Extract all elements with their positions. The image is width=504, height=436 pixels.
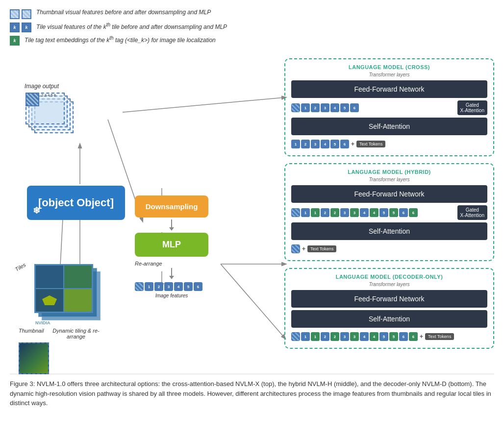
xattn-t1: 1 [301, 103, 310, 112]
mlp-box: MLP [135, 233, 208, 257]
token-1: 1 [145, 282, 153, 291]
rearrange-text: Re-arrange [135, 261, 162, 266]
decoder-in-1g: 1 [311, 332, 320, 341]
lm-cross-title: LANGUAGE MODEL (CROSS) [291, 64, 487, 70]
cross-in-3: 3 [311, 140, 320, 148]
decoder-in-4a: 4 [360, 332, 369, 341]
decoder-text-tokens: Text Tokens [425, 333, 454, 340]
tile-tl [35, 265, 64, 289]
svg-line-2 [221, 264, 284, 338]
lm-cross-xattn-label: GatedX-Attention [457, 100, 487, 115]
legend-item-thumbnail: Thumbnail visual features before and aft… [10, 9, 494, 19]
xattn-t5: 5 [340, 103, 349, 112]
arrow-line-1 [171, 219, 172, 227]
hybrid-xattn-5a: 5 [379, 208, 388, 217]
lm-hybrid-transformer-label: Transformer layers [291, 177, 487, 182]
arrow-head-2 [169, 276, 174, 279]
tile-n4: 4 [48, 93, 50, 97]
lm-decoder-token-row: 1 1 2 2 3 3 4 4 5 5 6 6 + Text Tokens [291, 330, 487, 343]
decoder-in-6a: 6 [399, 332, 408, 341]
cross-in-1: 1 [291, 140, 300, 148]
tile-icon-k-after: k [22, 23, 31, 32]
legend: Thumbnail visual features before and aft… [10, 9, 494, 46]
decoder-in-3a: 3 [340, 332, 349, 341]
legend-tile-icons: k k [10, 23, 31, 32]
lm-cross-box: LANGUAGE MODEL (CROSS) Transformer layer… [284, 58, 494, 156]
tile-icon-tag: k [10, 36, 20, 46]
lm-cross-ffn: Feed-Forward Network [291, 80, 487, 98]
token-2: 2 [154, 282, 163, 291]
xattn-token-hatched [291, 103, 300, 112]
hybrid-in-h [291, 244, 300, 253]
tile-tr [64, 265, 92, 289]
arrow-line-2 [171, 268, 172, 276]
xattn-t4: 4 [330, 103, 339, 112]
downsampling-label: Downsampling [146, 202, 198, 211]
legend-thumbnail-icons [10, 9, 31, 19]
dynamic-tiling-label: Dynamic tiling & re-arrange [51, 328, 101, 339]
cross-in-6: 6 [340, 140, 349, 148]
hybrid-plus: + [302, 245, 305, 252]
thumbnail-icon-before [10, 9, 20, 19]
token-hatched [135, 282, 144, 291]
downsampling-box: Downsampling [135, 195, 208, 218]
lm-hybrid-xattn-label: GatedX-Attention [457, 205, 487, 220]
nvidia-text: NVIDIA [35, 320, 50, 325]
tile-bl [35, 289, 64, 312]
decoder-in-6g: 6 [409, 332, 418, 341]
lm-cross-xattn-tokens: 1 2 3 4 5 6 [291, 103, 455, 112]
nvidia-tiles-visual: NVIDIA [34, 264, 108, 323]
image-encoder-box: [object Object] ❄ [27, 186, 125, 220]
lm-hybrid-selfattn: Self-Attention [291, 222, 487, 240]
thumbnail-bg [20, 343, 48, 373]
nvidia-logo [42, 295, 57, 305]
lm-cross-token-row: 1 2 3 4 5 6 + Text Tokens [291, 138, 487, 150]
main-container: Thumbnail visual features before and aft… [10, 9, 494, 408]
token-6: 6 [194, 282, 202, 291]
decoder-in-1a: 1 [301, 332, 310, 341]
token-3: 3 [164, 282, 173, 291]
decoder-in-5a: 5 [379, 332, 388, 341]
lm-cross-transformer-label: Transformer layers [291, 72, 487, 77]
arrow-down-2 [135, 268, 208, 279]
thumbnail-label: Thumbnail [19, 328, 44, 334]
hybrid-xattn-h [291, 208, 300, 217]
lm-hybrid-xattn-row: 1 1 2 2 3 3 4 4 5 5 6 6 GatedX-Attention [291, 205, 487, 220]
svg-line-0 [123, 97, 284, 112]
tile-n6: 6 [54, 93, 56, 97]
lm-decoder-selfattn: Self-Attention [291, 310, 487, 328]
tile-br [64, 289, 92, 312]
lm-cross-selfattn: Self-Attention [291, 118, 487, 135]
hybrid-xattn-2g: 2 [330, 208, 339, 217]
cross-text-tokens: Text Tokens [356, 141, 385, 147]
nvidia-tiles-stack: NVIDIA [34, 264, 108, 323]
decoder-plus: + [420, 333, 423, 340]
image-encoder-label: [object Object] [38, 196, 114, 209]
hybrid-xattn-4a: 4 [360, 208, 369, 217]
lm-hybrid-ffn: Feed-Forward Network [291, 185, 487, 203]
xattn-t2: 2 [311, 103, 320, 112]
legend-tile-text: Tile visual features of the kth tile bef… [36, 22, 227, 30]
token-row-features: 1 2 3 4 5 6 [135, 280, 208, 293]
thumbnail-icon-after [22, 9, 31, 19]
legend-item-tile: k k Tile visual features of the kth tile… [10, 22, 494, 32]
tile-n2: 2 [41, 93, 43, 97]
decoder-in-2g: 2 [330, 332, 339, 341]
image-features-label: Image features [135, 293, 208, 298]
snowflake-icon: ❄ [33, 205, 40, 216]
hybrid-xattn-3a: 3 [340, 208, 349, 217]
thumbnail-image [19, 342, 49, 374]
tile-numbers: 2 3 4 5 6 [41, 93, 56, 97]
rearrange-label: Re-arrange [135, 260, 208, 267]
caption-area: Figure 3: NVLM-1.0 offers three architec… [10, 374, 494, 408]
legend-item-tag: k Tile tag text embeddings of the kth ta… [10, 35, 494, 46]
cross-in-4: 4 [321, 140, 329, 148]
token-5: 5 [184, 282, 193, 291]
lm-hybrid-title: LANGUAGE MODEL (HYBRID) [291, 169, 487, 175]
tile-hatched-topleft [25, 93, 39, 106]
decoder-in-5g: 5 [389, 332, 398, 341]
lm-decoder-ffn: Feed-Forward Network [291, 290, 487, 308]
hybrid-xattn-6g: 6 [409, 208, 418, 217]
lm-cross-xattn-row: 1 2 3 4 5 6 GatedX-Attention [291, 100, 487, 115]
lm-decoder-box: LANGUAGE MODEL (DECODER-ONLY) Transforme… [284, 268, 494, 349]
